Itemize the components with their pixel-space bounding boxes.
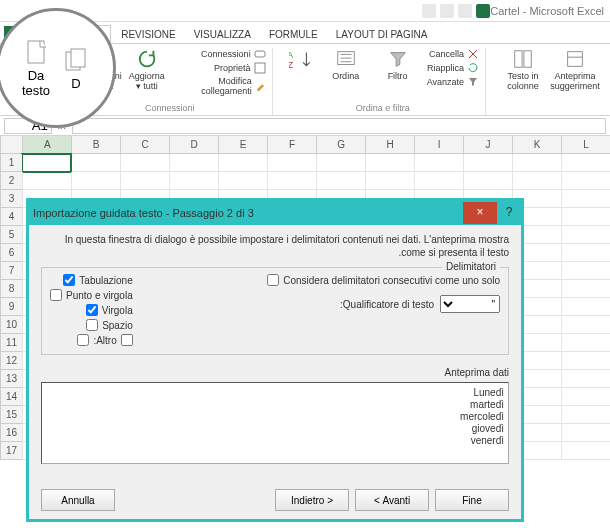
delimiter-space-checkbox[interactable]: Spazio (50, 319, 133, 331)
row-header[interactable]: 13 (0, 370, 22, 388)
cell[interactable] (414, 172, 463, 190)
cell[interactable] (561, 262, 610, 280)
delimiter-comma-checkbox[interactable]: Virgola (50, 304, 133, 316)
filter-button[interactable]: Filtro (375, 48, 421, 82)
clear-filter-button[interactable]: Cancella (427, 48, 479, 60)
cell[interactable] (316, 154, 365, 172)
row-header[interactable]: 3 (0, 190, 22, 208)
cell[interactable] (71, 154, 120, 172)
cell[interactable] (365, 172, 414, 190)
row-header[interactable]: 16 (0, 424, 22, 442)
cell[interactable] (22, 154, 71, 172)
cell[interactable] (561, 280, 610, 298)
connections-button[interactable]: Connessioni (174, 48, 266, 60)
cell[interactable] (22, 172, 71, 190)
save-icon[interactable] (458, 4, 472, 18)
row-header[interactable]: 8 (0, 280, 22, 298)
cell[interactable] (512, 154, 561, 172)
col-header-g[interactable]: G (316, 136, 365, 153)
sort-button[interactable]: Ordina (323, 48, 369, 82)
row-header[interactable]: 1 (0, 154, 22, 172)
cell[interactable] (463, 154, 512, 172)
cell[interactable] (169, 172, 218, 190)
tab-formule[interactable]: FORMULE (261, 26, 326, 43)
col-header-k[interactable]: K (512, 136, 561, 153)
sort-az-button[interactable]: AZ (287, 48, 317, 70)
row-header[interactable]: 7 (0, 262, 22, 280)
row-header[interactable]: 9 (0, 298, 22, 316)
select-all-corner[interactable] (0, 136, 22, 153)
tab-visualizza[interactable]: VISUALIZZA (186, 26, 259, 43)
cell[interactable] (169, 154, 218, 172)
text-qualifier-select[interactable]: " (440, 295, 500, 313)
cell[interactable] (71, 172, 120, 190)
cell[interactable] (561, 370, 610, 388)
dialog-close-button[interactable]: × (463, 202, 497, 224)
col-header-l[interactable]: L (561, 136, 610, 153)
flash-fill-button[interactable]: Anteprima suggeriment (552, 48, 598, 92)
row-header[interactable]: 2 (0, 172, 22, 190)
properties-button[interactable]: Proprietà (174, 62, 266, 74)
cell[interactable] (561, 442, 610, 460)
cell[interactable] (561, 154, 610, 172)
row-header[interactable]: 17 (0, 442, 22, 460)
row-header[interactable]: 4 (0, 208, 22, 226)
cell[interactable] (218, 172, 267, 190)
row-header[interactable]: 5 (0, 226, 22, 244)
cell[interactable] (561, 388, 610, 406)
cell[interactable] (463, 172, 512, 190)
cell[interactable] (561, 334, 610, 352)
delimiter-semicolon-checkbox[interactable]: Punto e virgola (50, 289, 133, 301)
col-header-e[interactable]: E (218, 136, 267, 153)
cell[interactable] (561, 316, 610, 334)
cell[interactable] (414, 154, 463, 172)
edit-links-button[interactable]: Modifica collegamenti (174, 76, 266, 96)
cell[interactable] (120, 154, 169, 172)
row-header[interactable]: 15 (0, 406, 22, 424)
cell[interactable] (512, 172, 561, 190)
cancel-button[interactable]: Annulla (41, 489, 115, 511)
col-header-h[interactable]: H (365, 136, 414, 153)
row-header[interactable]: 14 (0, 388, 22, 406)
row-header[interactable]: 11 (0, 334, 22, 352)
dialog-help-button[interactable]: ? (497, 202, 521, 224)
cell[interactable] (561, 244, 610, 262)
text-to-columns-button[interactable]: Testo in colonne (500, 48, 546, 92)
advanced-filter-button[interactable]: Avanzate (427, 76, 479, 88)
tab-layout[interactable]: LAYOUT DI PAGINA (328, 26, 436, 43)
cell[interactable] (120, 172, 169, 190)
delimiter-other-checkbox[interactable]: Altro: (50, 334, 133, 346)
cell[interactable] (561, 226, 610, 244)
cell[interactable] (561, 352, 610, 370)
delimiter-tab-checkbox[interactable]: Tabulazione (50, 274, 133, 286)
finish-button[interactable]: Fine (435, 489, 509, 511)
tab-revisione[interactable]: REVISIONE (113, 26, 183, 43)
cell[interactable] (561, 190, 610, 208)
col-header-a[interactable]: A (22, 136, 71, 153)
row-header[interactable]: 6 (0, 244, 22, 262)
back-button[interactable]: < Indietro (275, 489, 349, 511)
refresh-all-button[interactable]: Aggiorna tutti ▾ (126, 48, 168, 92)
cell[interactable] (267, 154, 316, 172)
row-header[interactable]: 10 (0, 316, 22, 334)
cell[interactable] (561, 298, 610, 316)
row-header[interactable]: 12 (0, 352, 22, 370)
col-header-d[interactable]: D (169, 136, 218, 153)
undo-icon[interactable] (440, 4, 454, 18)
cell[interactable] (561, 172, 610, 190)
reapply-button[interactable]: Riapplica (427, 62, 479, 74)
cell[interactable] (561, 424, 610, 442)
col-header-b[interactable]: B (71, 136, 120, 153)
col-header-i[interactable]: I (414, 136, 463, 153)
cell[interactable] (316, 172, 365, 190)
redo-icon[interactable] (422, 4, 436, 18)
col-header-f[interactable]: F (267, 136, 316, 153)
delimiter-other-input[interactable] (121, 334, 133, 346)
consecutive-delimiters-checkbox[interactable]: Considera delimitatori consecutivi come … (157, 274, 500, 286)
formula-input[interactable] (72, 118, 606, 134)
col-header-j[interactable]: J (463, 136, 512, 153)
cell[interactable] (218, 154, 267, 172)
cell[interactable] (267, 172, 316, 190)
col-header-c[interactable]: C (120, 136, 169, 153)
cell[interactable] (561, 406, 610, 424)
